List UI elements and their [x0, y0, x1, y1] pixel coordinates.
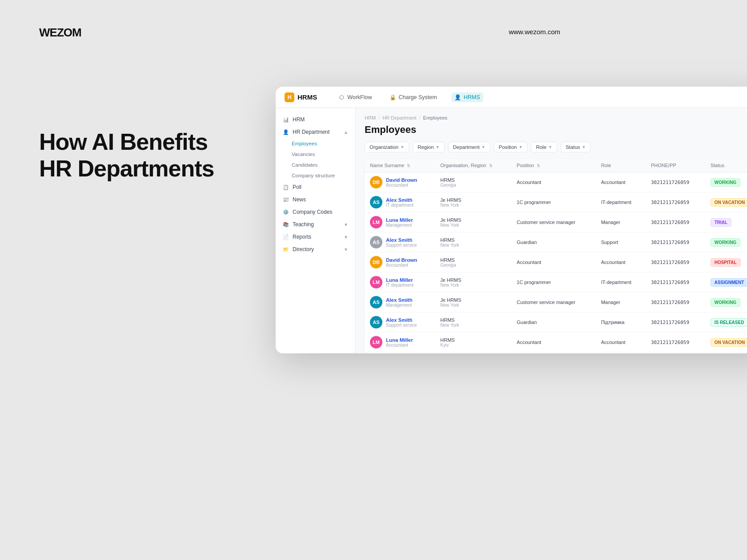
- news-icon: 📰: [283, 196, 289, 203]
- employee-dept-4: Accountant: [386, 263, 417, 268]
- nav-charge-system[interactable]: 🔒 Charge System: [386, 92, 441, 102]
- cell-status-4: HOSPITAL: [705, 252, 747, 272]
- sidebar-item-hrm[interactable]: 📊 HRM: [276, 113, 355, 126]
- cell-org-8: HRMS Kyiv: [435, 332, 511, 352]
- sidebar-item-hr-department[interactable]: 👤 HR Department ▲: [276, 126, 355, 138]
- employees-table: Name Surname ⇅ Organisation, Region ⇅ Po…: [365, 159, 747, 353]
- employee-name-3[interactable]: Alex Smith: [386, 237, 417, 243]
- page-content: HRM / HR Department / Employees Employee…: [356, 108, 747, 353]
- chevron-down-pos: ▼: [518, 145, 522, 149]
- employee-name-7[interactable]: Alex Smith: [386, 317, 417, 323]
- sidebar-item-teaching[interactable]: 📚 Teaching ▼: [276, 218, 355, 231]
- employee-name-1[interactable]: Alex Smith: [386, 197, 414, 203]
- table-row[interactable]: DB David Brown Accountant HRMS Georgia A…: [365, 252, 747, 272]
- sidebar-item-reports[interactable]: 📄 Reports ▼: [276, 231, 355, 243]
- sidebar-sub-employees[interactable]: Employees: [276, 138, 355, 149]
- cell-phone-9: 3021211726059: [646, 352, 705, 354]
- employee-name-8[interactable]: Luna Miller: [386, 337, 413, 343]
- employee-name-0[interactable]: David Brown: [386, 177, 417, 183]
- employee-name-6[interactable]: Alex Smith: [386, 297, 412, 303]
- sort-name-icon: ⇅: [407, 164, 410, 168]
- table-row[interactable]: AS Alex Smith IT department Je HRMS New …: [365, 192, 747, 212]
- employee-name-5[interactable]: Luna Miller: [386, 277, 414, 283]
- chevron-down-role: ▼: [548, 145, 552, 149]
- table-row[interactable]: DB David Brown Accountant HRMS Georgia A…: [365, 172, 747, 192]
- status-badge-5: ASSIGNMENT: [711, 278, 747, 287]
- employee-dept-1: IT department: [386, 203, 414, 208]
- status-badge-3: WORKING: [711, 238, 740, 247]
- sidebar-item-company-codes[interactable]: ⚙️ Company Codes: [276, 206, 355, 218]
- employee-name-4[interactable]: David Brown: [386, 257, 417, 263]
- filter-department[interactable]: Department ▼: [448, 142, 490, 152]
- cell-phone-4: 3021211726059: [646, 252, 705, 272]
- chevron-up-icon: ▲: [344, 130, 348, 135]
- table-row[interactable]: AS Alex Smith Support service HRMS New Y…: [365, 312, 747, 332]
- nav-hrms[interactable]: 👤 HRMS: [451, 92, 484, 102]
- reports-icon: 📄: [283, 234, 289, 240]
- sidebar: 📊 HRM 👤 HR Department ▲ Employees Vacanc…: [276, 108, 356, 353]
- filter-organization[interactable]: Organization ▼: [365, 142, 409, 152]
- status-badge-8: ON VACATION: [711, 338, 747, 347]
- website-url: www.wezom.com: [509, 28, 560, 36]
- table-row[interactable]: LM Luna Miller Accountant HRMS Kyiv Acco…: [365, 332, 747, 352]
- cell-org-6: Je HRMS New York: [435, 292, 511, 312]
- cell-phone-3: 3021211726059: [646, 232, 705, 252]
- cell-org-9: Je HRMS New York: [435, 352, 511, 354]
- cell-position-2: Customer service manager: [511, 212, 596, 232]
- sidebar-sub-vacancies[interactable]: Vacancies: [276, 149, 355, 160]
- filter-region[interactable]: Region ▼: [413, 142, 444, 152]
- cell-role-4: Accountant: [596, 252, 646, 272]
- table-row[interactable]: LM Luna Miller Management Je HRMS New Yo…: [365, 212, 747, 232]
- cell-phone-6: 3021211726059: [646, 292, 705, 312]
- cell-position-0: Accountant: [511, 172, 596, 192]
- col-status: Status: [705, 159, 747, 172]
- cell-role-5: IT-department: [596, 272, 646, 292]
- cell-position-7: Guardian: [511, 312, 596, 332]
- cell-role-6: Manager: [596, 292, 646, 312]
- status-badge-0: WORKING: [711, 178, 740, 187]
- avatar-0: DB: [370, 176, 382, 188]
- filter-role[interactable]: Role ▼: [531, 142, 557, 152]
- workflow-icon: ⬡: [338, 94, 345, 100]
- employee-dept-0: Accountant: [386, 183, 417, 188]
- chevron-down-status: ▼: [582, 145, 586, 149]
- sidebar-item-directory[interactable]: 📁 Directory ▼: [276, 243, 355, 256]
- employee-dept-5: IT department: [386, 283, 414, 288]
- cell-role-7: Підтримка: [596, 312, 646, 332]
- avatar-7: AS: [370, 316, 382, 328]
- app-window: H HRMS ⬡ WorkFlow 🔒 Charge System 👤 HRMS…: [276, 87, 747, 353]
- employee-name-2[interactable]: Luna Miller: [386, 217, 413, 223]
- avatar-4: DB: [370, 256, 382, 268]
- cell-org-7: HRMS New York: [435, 312, 511, 332]
- filter-status[interactable]: Status ▼: [561, 142, 591, 152]
- cell-status-8: ON VACATION: [705, 332, 747, 352]
- chevron-down-dept: ▼: [482, 145, 486, 149]
- cell-position-5: 1C programmer: [511, 272, 596, 292]
- nav-workflow[interactable]: ⬡ WorkFlow: [335, 92, 375, 102]
- avatar-6: AS: [370, 296, 382, 308]
- cell-org-2: Je HRMS New York: [435, 212, 511, 232]
- sidebar-sub-candidates[interactable]: Candidates: [276, 160, 355, 170]
- lock-icon: 🔒: [390, 94, 396, 100]
- sidebar-item-poll[interactable]: 📋 Poll: [276, 181, 355, 193]
- filter-position[interactable]: Position ▼: [494, 142, 528, 152]
- cell-position-8: Accountant: [511, 332, 596, 352]
- chart-icon: 📊: [283, 116, 289, 123]
- cell-role-8: Accountant: [596, 332, 646, 352]
- cell-status-6: WORKING: [705, 292, 747, 312]
- avatar-2: LM: [370, 216, 382, 228]
- table-row[interactable]: AS Alex Smith Support service HRMS New Y…: [365, 232, 747, 252]
- chevron-down-icon: ▼: [344, 222, 348, 227]
- cell-phone-7: 3021211726059: [646, 312, 705, 332]
- wezom-logo: WEZOM: [39, 26, 81, 40]
- table-row[interactable]: LM Luna Miller IT department Je HRMS New…: [365, 272, 747, 292]
- cell-name-6: AS Alex Smith Management: [365, 292, 435, 312]
- table-row[interactable]: AS Alex Smith IT відділ Je HRMS New York…: [365, 352, 747, 354]
- sort-org-icon: ⇅: [489, 164, 493, 168]
- sidebar-item-news[interactable]: 📰 News: [276, 193, 355, 206]
- sidebar-sub-company-structure[interactable]: Company structure: [276, 170, 355, 181]
- col-position: Position ⇅: [511, 159, 596, 172]
- cell-org-0: HRMS Georgia: [435, 172, 511, 192]
- table-row[interactable]: AS Alex Smith Management Je HRMS New Yor…: [365, 292, 747, 312]
- avatar-8: LM: [370, 336, 382, 348]
